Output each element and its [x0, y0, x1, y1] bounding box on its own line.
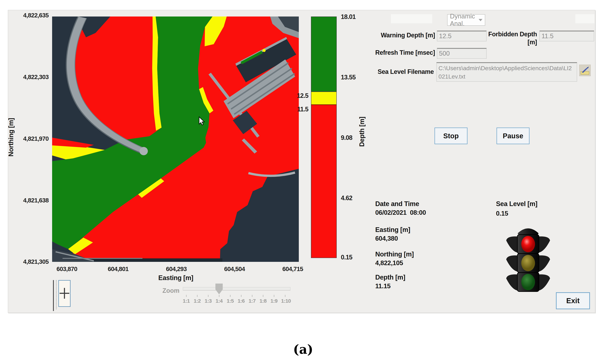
y-tick-4: 4,821,638: [2, 197, 49, 204]
analysis-mode-dropdown[interactable]: Dynamic Anal.: [447, 14, 485, 26]
traffic-light-red: [521, 236, 535, 252]
traffic-light-cap: [518, 228, 538, 235]
pan-tool-dotted-rail: [56, 280, 57, 309]
traffic-light-green: [521, 274, 535, 290]
pan-tool-rail: [53, 280, 54, 311]
zoom-tickmark: [241, 295, 241, 297]
colorbar-forbidden-segment: [311, 105, 336, 258]
x-axis-label: Easting [m]: [141, 274, 211, 282]
y-tick-1: 4,822,635: [2, 12, 49, 19]
status-block: Date and Time 06/02/2021 08:00 Easting […: [375, 200, 473, 290]
analysis-mode-value: Dynamic Anal.: [450, 13, 479, 27]
zoom-tickmark: [285, 295, 285, 297]
sea-level-filename-field[interactable]: C:\Users\admin\Desktop\AppliedSciences\D…: [436, 62, 577, 82]
sea-level-value: 0.15: [496, 210, 508, 217]
depth-label: Depth [m]: [375, 274, 473, 281]
colorbar-tick-4: 4.62: [341, 195, 352, 202]
browse-file-icon: [579, 65, 590, 76]
zoom-tickmark: [219, 295, 220, 297]
colorbar-warning-segment: [311, 91, 336, 105]
ghost-box-right: [575, 14, 594, 23]
pan-tool-button[interactable]: [58, 280, 70, 307]
zoom-tickmark: [186, 295, 186, 297]
warning-depth-field[interactable]: 12.5: [437, 31, 487, 41]
easting-label: Easting [m]: [375, 226, 473, 233]
northing-value: 4,822,105: [375, 259, 473, 267]
browse-file-button[interactable]: [579, 65, 591, 76]
x-tick-5: 604,715: [275, 266, 310, 272]
northing-label: Northing [m]: [375, 250, 473, 258]
warning-depth-label: Warning Depth [m]: [365, 32, 435, 39]
exit-button[interactable]: Exit: [556, 292, 590, 309]
forbidden-depth-label: Forbidden Depth: [487, 31, 537, 38]
colorbar-axis-label: Depth [m]: [358, 111, 367, 152]
zoom-tickmark: [197, 295, 198, 297]
sea-level-filename-label: Sea Level Filename: [365, 68, 434, 75]
y-tick-2: 4,822,303: [2, 73, 49, 80]
zoom-tickmark: [274, 295, 274, 297]
colorbar-warning-threshold: 12.5: [273, 92, 308, 99]
x-tick-4: 604,504: [217, 266, 252, 272]
depth-map[interactable]: [52, 17, 299, 262]
easting-value: 604,380: [375, 235, 473, 242]
plus-icon: [59, 281, 70, 306]
y-tick-5: 4,821,305: [2, 258, 49, 265]
date-time-label: Date and Time: [375, 200, 473, 208]
y-axis-label: Northing [m]: [7, 115, 16, 160]
ghost-box-left: [391, 14, 432, 23]
zoom-tickmark: [230, 295, 230, 297]
colorbar-tick-2: 13.55: [341, 74, 356, 81]
zoom-tickmark: [208, 295, 209, 297]
zoom-slider-track[interactable]: [183, 287, 291, 291]
zoom-tickmark: [263, 295, 263, 297]
figure-caption: (a): [268, 342, 338, 357]
forbidden-depth-label-units: [m]: [487, 39, 537, 46]
refresh-time-field[interactable]: 500: [437, 48, 487, 59]
colorbar-tick-3: 9.08: [341, 134, 352, 142]
pause-button[interactable]: Pause: [496, 127, 529, 144]
traffic-light: [500, 221, 556, 294]
chevron-down-icon: [479, 19, 482, 21]
colorbar-safe-segment: [311, 17, 336, 91]
depth-value: 11.15: [375, 283, 473, 290]
forbidden-depth-field[interactable]: 11.5: [539, 31, 594, 41]
x-tick-2: 604,801: [101, 266, 135, 272]
refresh-time-label: Refresh Time [msec]: [365, 49, 435, 56]
zoom-tick-1-10[interactable]: 1:10: [278, 298, 294, 304]
zoom-tickmark: [252, 295, 252, 297]
traffic-light-amber: [521, 255, 535, 271]
x-tick-3: 604,293: [159, 266, 194, 272]
colorbar-forbidden-threshold: 11.5: [273, 106, 308, 113]
date-time-value: 06/02/2021 08:00: [375, 209, 473, 216]
stop-button[interactable]: Stop: [434, 127, 467, 144]
zoom-label: Zoom: [162, 287, 182, 294]
colorbar-tick-min: 0.15: [341, 254, 352, 261]
sea-level-label: Sea Level [m]: [496, 200, 537, 208]
x-tick-1: 603,870: [50, 266, 84, 272]
depth-colorbar: [311, 17, 337, 258]
colorbar-tick-max: 18.01: [341, 13, 356, 20]
